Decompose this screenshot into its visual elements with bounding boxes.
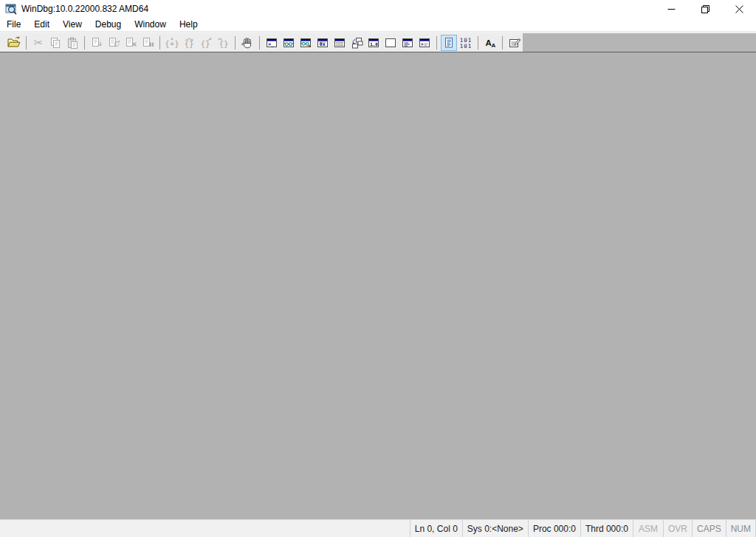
close-icon	[735, 5, 743, 13]
step-over-button[interactable]: {}	[181, 35, 197, 51]
scratch-pad-icon	[384, 36, 397, 49]
statusbar: Ln 0, Col 0 Sys 0:<None> Proc 000:0 Thrd…	[0, 519, 756, 537]
menu-file[interactable]: File	[0, 18, 27, 31]
toolbar-separator	[502, 36, 503, 49]
windbg-window: WinDbg:10.0.22000.832 AMD64 File Edit Vi…	[0, 0, 756, 537]
disassembly-window-icon: 1.0	[367, 36, 380, 49]
status-process: Proc 000:0	[528, 520, 580, 537]
step-out-icon: {}	[199, 36, 213, 49]
locals-window-button[interactable]	[298, 35, 314, 51]
go-button[interactable]	[89, 35, 105, 51]
menu-window[interactable]: Window	[128, 18, 173, 31]
assembly-mode-button[interactable]: 101 101	[458, 35, 474, 51]
registers-window-button[interactable]: 0x	[315, 35, 331, 51]
menu-debug[interactable]: Debug	[89, 18, 128, 31]
statusbar-spacer	[0, 520, 410, 537]
paste-button[interactable]	[64, 35, 80, 51]
copy-icon	[49, 36, 62, 49]
breakpoint-button[interactable]	[239, 35, 255, 51]
memory-window-icon	[333, 36, 346, 49]
toolbar: ✂	[0, 32, 756, 52]
cut-button[interactable]: ✂	[30, 35, 47, 51]
window-title: WinDbg:10.0.22000.832 AMD64	[21, 4, 148, 14]
restore-icon	[701, 5, 709, 13]
options-button[interactable]	[506, 35, 523, 51]
toolbar-band: ✂	[0, 33, 523, 52]
101-101-icon: 101 101	[458, 36, 473, 49]
menu-edit[interactable]: Edit	[27, 18, 56, 31]
svg-text:{}: {}	[219, 39, 228, 49]
hand-icon	[241, 36, 254, 49]
command-window-icon: >_	[265, 36, 278, 49]
status-ovr-indicator: OVR	[663, 520, 692, 537]
memory-window-button[interactable]	[331, 35, 348, 51]
source-mode-on-button[interactable]	[441, 35, 457, 51]
command-window-button[interactable]: >_	[264, 35, 280, 51]
restart-button[interactable]	[106, 35, 122, 51]
doc-break-icon	[141, 36, 154, 49]
toolbar-separator	[259, 36, 260, 49]
call-stack-icon	[350, 36, 363, 49]
menubar: File Edit View Debug Window Help	[0, 18, 756, 32]
run-to-cursor-button[interactable]: {}	[215, 35, 231, 51]
options-doc-pencil-icon	[508, 36, 521, 49]
stop-debugging-button[interactable]	[123, 35, 139, 51]
svg-text:101: 101	[460, 43, 472, 49]
svg-text:>_: >_	[268, 41, 274, 47]
processes-threads-window-button[interactable]	[399, 35, 416, 51]
scissors-icon: ✂	[34, 37, 44, 48]
status-line-col: Ln 0, Col 0	[410, 520, 462, 537]
watch-window-icon	[282, 36, 295, 49]
doc-stop-icon	[124, 36, 137, 49]
disassembly-window-button[interactable]: 1.0	[365, 35, 382, 51]
call-stack-window-button[interactable]	[348, 35, 365, 51]
copy-button[interactable]	[47, 35, 63, 51]
mdi-workspace	[0, 52, 756, 519]
processes-window-icon	[401, 36, 414, 49]
toolbar-separator	[436, 36, 437, 49]
toolbar-separator	[26, 36, 27, 49]
status-thread: Thrd 000:0	[580, 520, 633, 537]
open-source-file-button[interactable]	[6, 35, 22, 51]
open-folder-icon	[7, 35, 21, 50]
minimize-button[interactable]	[654, 0, 688, 18]
toolbar-separator	[478, 36, 478, 49]
break-button[interactable]	[140, 35, 156, 51]
svg-text:A: A	[492, 42, 496, 49]
status-asm-indicator: ASM	[633, 520, 663, 537]
titlebar: WinDbg:10.0.22000.832 AMD64	[0, 0, 756, 18]
step-out-button[interactable]: {}	[198, 35, 214, 51]
doc-restart-icon	[107, 36, 120, 49]
close-button[interactable]	[722, 0, 756, 18]
status-num-indicator: NUM	[726, 520, 756, 537]
svg-text:{+}: {+}	[165, 38, 179, 48]
source-doc-icon	[442, 36, 456, 49]
svg-text:0x: 0x	[320, 41, 326, 47]
step-over-icon: {}	[182, 36, 196, 49]
step-into-icon: {+}	[165, 36, 179, 49]
windbg-app-icon	[5, 3, 17, 15]
scratch-pad-button[interactable]	[382, 35, 399, 51]
minimize-icon	[667, 5, 676, 13]
svg-text:{}: {}	[200, 39, 210, 49]
svg-text:1.0: 1.0	[370, 41, 378, 46]
command-browser-icon: >	[418, 36, 431, 49]
registers-window-icon: 0x	[316, 36, 329, 49]
command-browser-window-button[interactable]: >	[416, 35, 433, 51]
svg-text:>: >	[421, 41, 424, 46]
toolbar-separator	[84, 36, 85, 49]
status-caps-indicator: CAPS	[692, 520, 726, 537]
step-into-button[interactable]: {+}	[164, 35, 180, 51]
status-system: Sys 0:<None>	[462, 520, 528, 537]
paste-icon	[66, 36, 79, 49]
font-aa-icon: A A	[484, 36, 497, 49]
run-to-cursor-icon: {}	[216, 36, 230, 49]
toolbar-separator	[159, 36, 160, 49]
restore-button[interactable]	[688, 0, 722, 18]
toolbar-separator	[235, 36, 236, 49]
doc-go-icon	[90, 36, 103, 49]
watch-window-button[interactable]	[281, 35, 297, 51]
menu-view[interactable]: View	[56, 18, 89, 31]
menu-help[interactable]: Help	[173, 18, 205, 31]
font-button[interactable]: A A	[482, 35, 498, 51]
